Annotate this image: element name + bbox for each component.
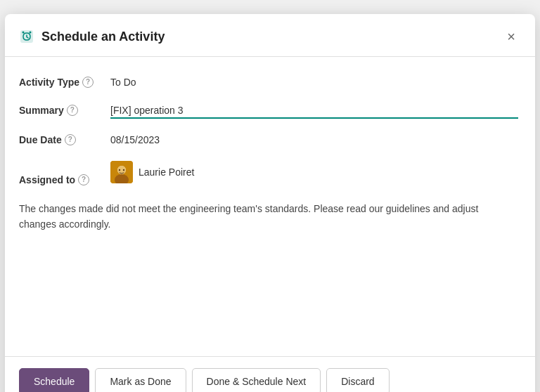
svg-point-7 bbox=[119, 169, 120, 171]
due-date-help-icon[interactable]: ? bbox=[65, 134, 76, 145]
mark-as-done-button[interactable]: Mark as Done bbox=[95, 368, 186, 392]
notes-text: The changes made did not meet the engine… bbox=[19, 201, 518, 233]
due-date-value: 08/15/2023 bbox=[110, 134, 160, 145]
svg-point-8 bbox=[123, 169, 124, 171]
activity-type-label: Activity Type ? bbox=[19, 77, 110, 88]
assigned-to-row: Assigned to ? Laurie Poiret bbox=[19, 161, 518, 185]
summary-row: Summary ? bbox=[19, 103, 518, 119]
modal-body: Activity Type ? To Do Summary ? Due Date… bbox=[5, 57, 535, 356]
modal-header: Schedule an Activity × bbox=[5, 14, 535, 57]
summary-input[interactable] bbox=[110, 103, 518, 119]
assigned-to-name: Laurie Poiret bbox=[139, 166, 194, 178]
due-date-label: Due Date ? bbox=[19, 134, 110, 145]
schedule-activity-modal: Schedule an Activity × Activity Type ? T… bbox=[5, 14, 535, 392]
assigned-to-value: Laurie Poiret bbox=[110, 161, 194, 183]
modal-footer: Schedule Mark as Done Done & Schedule Ne… bbox=[5, 356, 535, 392]
svg-point-2 bbox=[30, 32, 32, 34]
discard-button[interactable]: Discard bbox=[326, 368, 389, 392]
summary-label: Summary ? bbox=[19, 105, 110, 116]
done-schedule-next-button[interactable]: Done & Schedule Next bbox=[192, 368, 321, 392]
svg-point-1 bbox=[22, 32, 25, 34]
activity-type-value: To Do bbox=[110, 77, 136, 88]
activity-icon bbox=[19, 29, 34, 44]
schedule-button[interactable]: Schedule bbox=[19, 368, 89, 392]
activity-type-help-icon[interactable]: ? bbox=[82, 77, 94, 88]
assigned-to-label: Assigned to ? bbox=[19, 174, 110, 185]
close-button[interactable]: × bbox=[504, 27, 518, 46]
avatar bbox=[110, 161, 133, 183]
summary-help-icon[interactable]: ? bbox=[67, 105, 78, 116]
activity-type-row: Activity Type ? To Do bbox=[19, 77, 518, 88]
assigned-to-help-icon[interactable]: ? bbox=[78, 174, 89, 185]
due-date-row: Due Date ? 08/15/2023 bbox=[19, 134, 518, 145]
modal-title: Schedule an Activity bbox=[41, 30, 504, 44]
